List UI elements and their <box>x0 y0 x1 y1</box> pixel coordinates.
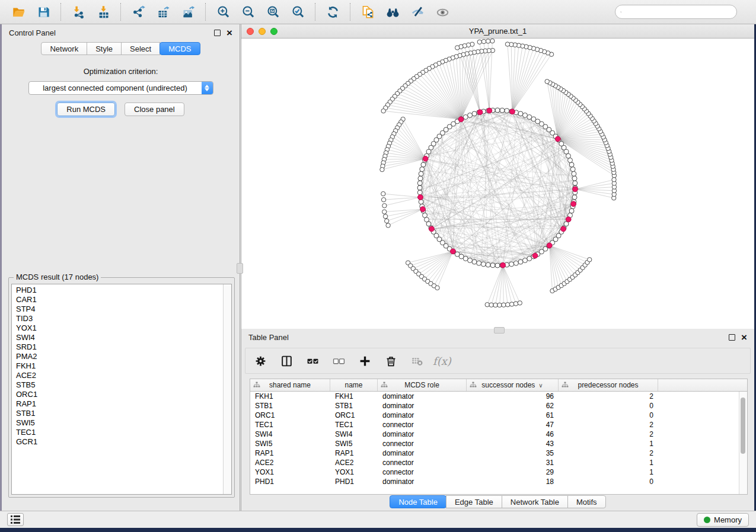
network-hub-node[interactable] <box>555 136 560 142</box>
network-node[interactable] <box>569 162 574 167</box>
network-satellite-node[interactable] <box>382 210 387 214</box>
mcds-result-item[interactable]: SWI5 <box>12 418 223 428</box>
table-cell[interactable]: 62 <box>467 401 559 411</box>
float-panel-icon[interactable] <box>214 30 221 36</box>
network-node[interactable] <box>570 167 575 172</box>
network-node[interactable] <box>509 262 514 267</box>
table-row[interactable]: STB1STB1dominator620 <box>250 401 747 411</box>
table-cell[interactable]: YOX1 <box>250 467 330 477</box>
network-hub-node[interactable] <box>561 226 566 232</box>
network-satellite-node[interactable] <box>381 197 385 201</box>
save-icon[interactable] <box>31 2 55 22</box>
export-table-icon[interactable] <box>151 2 175 22</box>
table-cell[interactable]: connector <box>378 420 467 430</box>
task-history-button[interactable] <box>7 513 24 526</box>
export-image-icon[interactable] <box>176 2 200 22</box>
zoom-fit-icon[interactable] <box>261 2 285 22</box>
network-satellite-node[interactable] <box>513 302 518 306</box>
network-satellite-node[interactable] <box>506 303 510 307</box>
network-hub-node[interactable] <box>547 243 552 248</box>
network-node[interactable] <box>522 113 527 118</box>
table-cell[interactable]: RAP1 <box>330 448 378 458</box>
import-table-icon[interactable] <box>91 2 115 22</box>
network-node[interactable] <box>463 256 468 261</box>
network-hub-node[interactable] <box>532 253 538 258</box>
table-cell[interactable]: connector <box>378 458 467 467</box>
zoom-in-icon[interactable] <box>211 2 235 22</box>
table-cell[interactable]: dominator <box>378 411 467 420</box>
mcds-result-item[interactable]: TID3 <box>12 314 223 323</box>
tab-network-table[interactable]: Network Table <box>502 495 568 508</box>
network-satellite-node[interactable] <box>384 219 388 223</box>
network-hub-node[interactable] <box>450 249 455 254</box>
table-cell[interactable]: 1 <box>559 467 658 477</box>
mcds-result-item[interactable]: ACE2 <box>12 371 223 380</box>
network-node[interactable] <box>572 171 576 176</box>
network-node[interactable] <box>486 262 490 267</box>
table-cell[interactable]: YOX1 <box>330 467 378 477</box>
network-node[interactable] <box>418 176 423 181</box>
network-satellite-node[interactable] <box>588 258 592 262</box>
optimization-criterion-select[interactable]: largest connected component (undirected) <box>28 81 213 95</box>
deselect-all-icon[interactable] <box>328 351 349 371</box>
columns-icon[interactable] <box>276 351 296 371</box>
network-hub-node[interactable] <box>423 156 428 162</box>
network-satellite-node[interactable] <box>481 39 486 43</box>
network-node[interactable] <box>490 263 495 268</box>
column-header-MCDS-role[interactable]: MCDS role <box>378 379 467 391</box>
mcds-result-item[interactable]: GCR1 <box>12 437 223 447</box>
mcds-result-item[interactable]: SWI4 <box>12 333 223 342</box>
horizontal-splitter-grip[interactable] <box>494 327 505 334</box>
mcds-result-item[interactable]: SRD1 <box>12 342 223 352</box>
table-row[interactable]: RAP1RAP1dominator352 <box>250 448 747 458</box>
table-cell[interactable]: 35 <box>467 448 559 458</box>
table-cell[interactable]: TEC1 <box>330 420 378 430</box>
network-node[interactable] <box>417 185 422 190</box>
network-node[interactable] <box>495 263 500 268</box>
table-cell[interactable]: ACE2 <box>250 458 330 467</box>
network-node[interactable] <box>495 108 500 113</box>
network-node[interactable] <box>500 108 505 113</box>
tab-motifs[interactable]: Motifs <box>567 495 606 508</box>
mcds-result-item[interactable]: FKH1 <box>12 361 223 371</box>
table-cell[interactable]: 2 <box>559 420 658 430</box>
search-network-icon[interactable] <box>381 2 404 22</box>
network-hub-node[interactable] <box>573 187 578 192</box>
network-node[interactable] <box>423 213 428 217</box>
network-satellite-node[interactable] <box>455 46 459 50</box>
network-node[interactable] <box>518 111 523 116</box>
table-cell[interactable]: FKH1 <box>250 392 330 401</box>
search-input[interactable] <box>625 7 732 17</box>
network-hub-node[interactable] <box>418 195 423 200</box>
network-node[interactable] <box>468 113 473 118</box>
zoom-out-icon[interactable] <box>236 2 260 22</box>
tab-mcds[interactable]: MCDS <box>160 42 200 55</box>
column-header-predecessor-nodes[interactable]: predecessor nodes <box>559 379 658 391</box>
network-satellite-node[interactable] <box>380 167 384 171</box>
table-cell[interactable]: 43 <box>467 439 559 448</box>
tab-select[interactable]: Select <box>121 42 160 55</box>
network-node[interactable] <box>420 167 425 172</box>
network-node[interactable] <box>567 158 572 163</box>
table-row[interactable]: ORC1ORC1dominator610 <box>250 411 747 420</box>
tab-network[interactable]: Network <box>41 42 87 55</box>
network-satellite-node[interactable] <box>497 303 502 307</box>
mcds-result-item[interactable]: PHD1 <box>12 286 223 295</box>
network-node[interactable] <box>522 258 527 262</box>
table-cell[interactable]: 2 <box>559 430 658 439</box>
network-satellite-node[interactable] <box>383 214 387 219</box>
import-network-icon[interactable] <box>66 2 90 22</box>
table-row[interactable]: SWI4SWI4dominator462 <box>250 430 747 439</box>
network-hub-node[interactable] <box>458 117 464 122</box>
close-panel-icon[interactable]: × <box>227 30 232 36</box>
network-node[interactable] <box>472 259 477 264</box>
column-header-successor-nodes[interactable]: successor nodes∨ <box>467 379 559 391</box>
network-satellite-node[interactable] <box>485 303 489 307</box>
network-node[interactable] <box>472 111 477 116</box>
refresh-icon[interactable] <box>321 2 344 22</box>
table-cell[interactable]: PHD1 <box>250 477 330 486</box>
network-satellite-node[interactable] <box>505 42 509 46</box>
network-node[interactable] <box>419 200 423 204</box>
network-hub-node[interactable] <box>420 207 426 212</box>
table-cell[interactable]: 1 <box>559 458 658 467</box>
